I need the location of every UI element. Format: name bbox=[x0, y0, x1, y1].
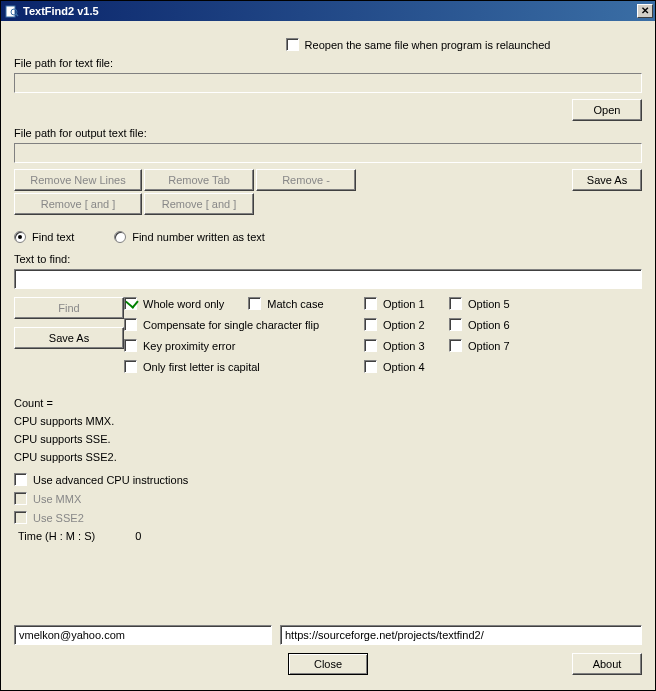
titlebar: TextFind2 v1.5 ✕ bbox=[1, 1, 655, 21]
checkbox-icon bbox=[124, 360, 137, 373]
option2-label: Option 2 bbox=[383, 319, 425, 331]
option3-label: Option 3 bbox=[383, 340, 425, 352]
checkbox-icon bbox=[449, 297, 462, 310]
checkbox-icon bbox=[124, 318, 137, 331]
cpu-sse2-label: CPU supports SSE2. bbox=[14, 451, 642, 463]
checkbox-icon bbox=[14, 492, 27, 505]
use-sse2-checkbox[interactable]: Use SSE2 bbox=[14, 511, 642, 524]
count-label: Count = bbox=[14, 397, 642, 409]
time-value: 0 bbox=[135, 530, 141, 542]
input-path-label: File path for text file: bbox=[14, 57, 642, 69]
checkbox-icon bbox=[286, 38, 299, 51]
text-to-find-label: Text to find: bbox=[14, 253, 642, 265]
first-capital-label: Only first letter is capital bbox=[143, 361, 260, 373]
find-number-radio-label: Find number written as text bbox=[132, 231, 265, 243]
window-close-button[interactable]: ✕ bbox=[637, 4, 653, 18]
use-mmx-checkbox[interactable]: Use MMX bbox=[14, 492, 642, 505]
open-button[interactable]: Open bbox=[572, 99, 642, 121]
reopen-checkbox[interactable]: Reopen the same file when program is rel… bbox=[286, 38, 551, 51]
cpu-sse-label: CPU supports SSE. bbox=[14, 433, 642, 445]
radio-icon bbox=[14, 231, 26, 243]
option7-label: Option 7 bbox=[468, 340, 510, 352]
save-as-output-button[interactable]: Save As bbox=[572, 169, 642, 191]
use-sse2-label: Use SSE2 bbox=[33, 512, 84, 524]
option3-checkbox[interactable]: Option 3 bbox=[364, 339, 449, 352]
key-proximity-checkbox[interactable]: Key proximity error bbox=[124, 339, 364, 352]
option6-checkbox[interactable]: Option 6 bbox=[449, 318, 534, 331]
option1-label: Option 1 bbox=[383, 298, 425, 310]
option2-checkbox[interactable]: Option 2 bbox=[364, 318, 449, 331]
remove-tab-button[interactable]: Remove Tab bbox=[144, 169, 254, 191]
remove-dash-button[interactable]: Remove - bbox=[256, 169, 356, 191]
option6-label: Option 6 bbox=[468, 319, 510, 331]
remove-brackets1-button[interactable]: Remove [ and ] bbox=[14, 193, 142, 215]
checkbox-icon bbox=[248, 297, 261, 310]
option1-checkbox[interactable]: Option 1 bbox=[364, 297, 449, 310]
option4-checkbox[interactable]: Option 4 bbox=[364, 360, 449, 373]
whole-word-label: Whole word only bbox=[143, 298, 224, 310]
text-to-find-input[interactable] bbox=[14, 269, 642, 289]
checkbox-icon bbox=[449, 339, 462, 352]
checkbox-icon bbox=[14, 511, 27, 524]
window-title: TextFind2 v1.5 bbox=[23, 5, 99, 17]
checkbox-icon bbox=[364, 297, 377, 310]
time-label: Time (H : M : S) bbox=[18, 530, 95, 542]
checkbox-icon bbox=[364, 339, 377, 352]
compensate-label: Compensate for single character flip bbox=[143, 319, 319, 331]
cpu-mmx-label: CPU supports MMX. bbox=[14, 415, 642, 427]
reopen-label: Reopen the same file when program is rel… bbox=[305, 39, 551, 51]
checkbox-icon bbox=[364, 360, 377, 373]
window: TextFind2 v1.5 ✕ Reopen the same file wh… bbox=[0, 0, 656, 691]
find-text-radio[interactable]: Find text bbox=[14, 231, 74, 243]
close-icon: ✕ bbox=[641, 6, 649, 16]
find-button[interactable]: Find bbox=[14, 297, 124, 319]
find-text-radio-label: Find text bbox=[32, 231, 74, 243]
option5-checkbox[interactable]: Option 5 bbox=[449, 297, 534, 310]
checkbox-icon bbox=[124, 297, 137, 310]
option5-label: Option 5 bbox=[468, 298, 510, 310]
first-capital-checkbox[interactable]: Only first letter is capital bbox=[124, 360, 364, 373]
email-field[interactable] bbox=[14, 625, 272, 645]
svg-line-2 bbox=[16, 14, 18, 16]
find-number-radio[interactable]: Find number written as text bbox=[114, 231, 265, 243]
output-path-label: File path for output text file: bbox=[14, 127, 642, 139]
input-path-field[interactable] bbox=[14, 73, 642, 93]
advanced-cpu-label: Use advanced CPU instructions bbox=[33, 474, 188, 486]
client-area: Reopen the same file when program is rel… bbox=[2, 22, 654, 689]
checkbox-icon bbox=[124, 339, 137, 352]
remove-brackets2-button[interactable]: Remove [ and ] bbox=[144, 193, 254, 215]
remove-newlines-button[interactable]: Remove New Lines bbox=[14, 169, 142, 191]
option4-label: Option 4 bbox=[383, 361, 425, 373]
key-proximity-label: Key proximity error bbox=[143, 340, 235, 352]
app-icon bbox=[5, 4, 19, 18]
checkbox-icon bbox=[14, 473, 27, 486]
compensate-checkbox[interactable]: Compensate for single character flip bbox=[124, 318, 364, 331]
advanced-cpu-checkbox[interactable]: Use advanced CPU instructions bbox=[14, 473, 642, 486]
output-path-field[interactable] bbox=[14, 143, 642, 163]
about-button[interactable]: About bbox=[572, 653, 642, 675]
option7-checkbox[interactable]: Option 7 bbox=[449, 339, 534, 352]
whole-word-checkbox[interactable]: Whole word only bbox=[124, 297, 224, 310]
use-mmx-label: Use MMX bbox=[33, 493, 81, 505]
match-case-label: Match case bbox=[267, 298, 323, 310]
radio-icon bbox=[114, 231, 126, 243]
match-case-checkbox[interactable]: Match case bbox=[248, 297, 323, 310]
checkbox-icon bbox=[449, 318, 462, 331]
close-button[interactable]: Close bbox=[288, 653, 368, 675]
checkbox-icon bbox=[364, 318, 377, 331]
find-save-as-button[interactable]: Save As bbox=[14, 327, 124, 349]
url-field[interactable] bbox=[280, 625, 642, 645]
